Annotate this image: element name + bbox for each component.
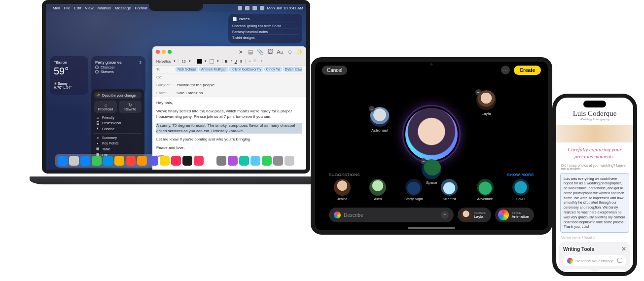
menubar-item[interactable]: Message [115,6,131,10]
subject-field[interactable]: Subject:Yakitori for the people [152,81,306,89]
tone-friendly[interactable]: ☺Friendly [94,115,142,120]
list-icon[interactable]: ☰ [253,59,256,63]
to-field[interactable]: To: Nick Scheer Andrew Mulligan Kristin … [152,66,306,73]
transform-table[interactable]: ▦Table [94,146,142,152]
menubar-item[interactable]: Edit [74,6,81,10]
remove-icon[interactable]: − [369,106,375,112]
describe-input[interactable]: Describe + [329,208,454,222]
menubar-item[interactable]: File [64,6,71,10]
checkbox-icon[interactable] [95,66,99,69]
bold-button[interactable]: B [225,60,228,63]
remove-icon[interactable]: − [475,89,481,95]
dock-app[interactable] [92,156,102,166]
dock-app[interactable] [137,156,147,166]
describe-change-input[interactable]: Describe your change [563,255,626,266]
show-more-button[interactable]: SHOW MORE [507,173,534,177]
recipient-pill[interactable]: Cindy Yu [264,67,282,71]
underline-button[interactable]: U [235,60,237,63]
orbit-layla[interactable]: − Layla [472,90,501,116]
proofread-button[interactable]: ⌕Proofread [563,269,593,272]
tone-concise[interactable]: ✶Concise [94,126,142,132]
dock-app[interactable] [80,156,90,166]
dock-app[interactable] [228,156,238,166]
photo-icon[interactable]: 🖼 [267,49,273,55]
sparkle-icon[interactable]: ✨ [297,49,303,55]
dock-app[interactable] [194,156,204,166]
zoom-button[interactable] [168,50,172,54]
menubar-item[interactable]: Mailbox [98,6,111,10]
recipient-pill[interactable]: Kristin Goldsworthy [229,67,263,71]
note-item[interactable]: Charcoal grilling tips from Shota [232,23,298,29]
remove-icon[interactable]: − [421,158,427,164]
mic-icon[interactable] [617,258,622,264]
dock-app[interactable] [182,156,192,166]
dock-app[interactable] [239,156,249,166]
dock-app[interactable] [160,156,170,166]
control-center-icon[interactable] [260,6,264,10]
tone-professional[interactable]: 🗄Professional [94,120,142,126]
dock-app[interactable] [148,156,158,166]
dock-app[interactable] [126,156,136,166]
recipient-pill[interactable]: Dylan Edwards [283,67,302,71]
notes-widget[interactable]: 📄Notes Charcoal grilling tips from Shota… [228,14,302,43]
dock-app[interactable] [103,156,113,166]
wifi-icon[interactable] [245,6,250,10]
cc-field[interactable]: Cc: [152,73,306,81]
dock-app[interactable] [58,156,68,166]
indent-icon[interactable]: ⇥ [259,59,262,63]
suggestion-item[interactable]: Adventure [472,179,499,201]
from-field[interactable]: From:Sole Lorenzino [152,89,306,97]
menubar-item[interactable]: Format [135,6,147,10]
proofread-button[interactable]: ⌕Proofread [94,101,117,113]
suggestion-item[interactable]: Starry Night [400,179,427,201]
suggestion-item[interactable]: Alien [364,179,391,201]
describe-change-input[interactable]: ✨Describe your change [94,92,142,99]
recipient-pill[interactable]: Nick Scheer [176,67,198,71]
cancel-button[interactable]: Cancel [322,66,347,75]
venue-input[interactable]: Venue name + location [556,236,633,239]
send-icon[interactable]: ➤ [238,49,244,55]
emoji-icon[interactable]: ☺ [287,49,293,55]
dock-app[interactable] [205,156,215,166]
battery-icon[interactable] [238,6,242,10]
suggestion-item[interactable]: Scientist [436,179,463,201]
checkbox-icon[interactable] [95,70,99,73]
minimize-button[interactable] [162,50,166,54]
dock-app[interactable] [69,156,79,166]
align-icon[interactable]: ≡ [249,60,250,63]
review-textarea[interactable]: Luis was everything we could have hoped … [560,173,629,233]
create-button[interactable]: Create [514,66,541,75]
transform-keypoints[interactable]: ▪Key Points [94,140,142,146]
menubar-app[interactable]: Mail [53,6,60,10]
format-icon[interactable]: Aa [277,49,283,55]
search-icon[interactable] [252,6,257,10]
home-indicator[interactable] [408,227,455,229]
italic-button[interactable]: I [231,60,232,63]
person-chip[interactable]: PERSONLayla [458,208,491,222]
dock-app[interactable] [273,156,283,166]
menubar-clock[interactable]: Mon Jun 10 9:41 AM [267,6,303,10]
strike-button[interactable]: S [240,60,243,63]
header-toggle-icon[interactable]: ▤ [248,49,253,55]
note-item[interactable]: T-shirt designs [232,35,298,40]
note-item[interactable]: Fantasy baseball notes [232,29,298,35]
weather-widget[interactable]: Tiburon 59° ☀︎ Sunny H:70° L:54° [50,56,88,95]
font-select[interactable]: Helvetica [156,60,171,63]
dock-app[interactable] [114,156,124,166]
dock-app[interactable] [262,156,272,166]
close-icon[interactable]: ✕ [621,246,626,252]
dock-app[interactable] [171,156,181,166]
suggestion-item[interactable]: Sci-Fi [507,179,534,201]
attach-icon[interactable]: 📎 [257,49,263,55]
more-icon[interactable]: ⋯ [501,66,510,74]
close-button[interactable] [156,50,160,54]
orbit-astronaut[interactable]: − Astronaut [365,107,394,133]
bg-color[interactable] [210,59,214,64]
style-chip[interactable]: STYLEAnimation [495,208,534,222]
menubar-item[interactable]: View [85,6,93,10]
dock-app[interactable] [250,156,260,166]
recipient-pill[interactable]: Andrew Mulligan [199,67,229,71]
dock-app[interactable] [216,156,226,166]
main-avatar[interactable] [404,106,459,162]
font-size[interactable]: 12 [182,60,186,63]
